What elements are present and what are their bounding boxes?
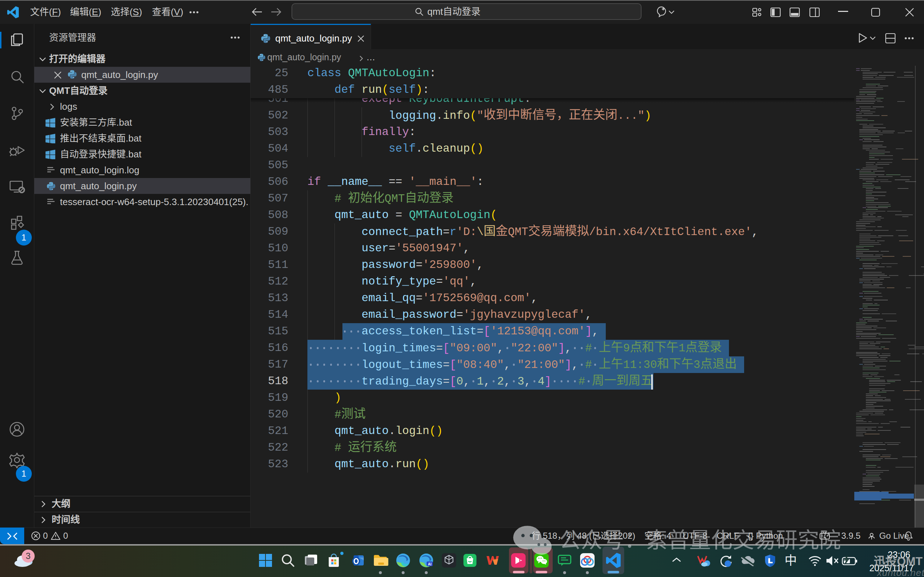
svg-text:AI: AI bbox=[428, 562, 432, 566]
